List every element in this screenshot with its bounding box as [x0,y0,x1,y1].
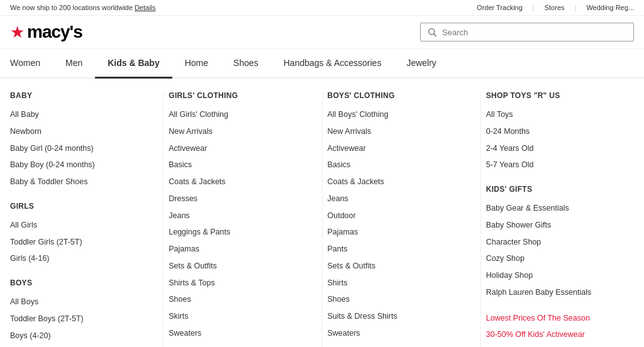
dropdown-content: BABY All Baby Newborn Baby Girl (0-24 mo… [0,79,644,347]
girls-sweaters-link[interactable]: Sweaters [169,325,306,342]
holiday-shop-link[interactable]: Holiday Shop [486,267,624,284]
girls-sweatshirts-link[interactable]: Sweatshirts & Hoodies [169,342,306,348]
ralph-lauren-link[interactable]: Ralph Lauren Baby Essentials [486,284,624,301]
girls-shoes-link[interactable]: Shoes [169,291,306,308]
all-girls-clothing-link[interactable]: All Girls' Clothing [169,106,306,123]
dropdown-col-1: BABY All Baby Newborn Baby Girl (0-24 mo… [10,91,158,347]
girls-new-arrivals-link[interactable]: New Arrivals [169,123,306,140]
red-links-section: Lowest Prices Of The Season 30-50% Off K… [486,310,624,348]
all-girls-link[interactable]: All Girls [10,217,148,234]
baby-girl-link[interactable]: Baby Girl (0-24 months) [10,140,148,157]
boys-shirts-link[interactable]: Shirts [328,275,465,292]
nav-item-women[interactable]: Women [10,49,53,77]
girls-clothing-title: GIRLS' CLOTHING [169,91,306,100]
boys-title: BOYS [10,278,148,287]
baby-title: BABY [10,91,148,100]
boys-pants-link[interactable]: Pants [328,241,465,258]
toys-5-7-link[interactable]: 5-7 Years Old [486,157,624,174]
top-bar-links: Order Tracking Stores Wedding Reg... [477,4,634,11]
toddler-boys-link[interactable]: Toddler Boys (2T-5T) [10,311,148,328]
character-shop-link[interactable]: Character Shop [486,234,624,251]
divider-2 [322,91,323,347]
search-icon [427,27,437,37]
details-link[interactable]: Details [135,4,156,11]
girls-pajamas-link[interactable]: Pajamas [169,241,306,258]
lowest-prices-link[interactable]: Lowest Prices Of The Season [486,310,624,327]
girls-coats-link[interactable]: Coats & Jackets [169,174,306,190]
toddler-girls-link[interactable]: Toddler Girls (2T-5T) [10,234,148,251]
boys-activewear-link[interactable]: Activewear [328,140,465,157]
boys-jeans-link[interactable]: Jeans [328,190,465,207]
search-box[interactable] [420,23,634,41]
dropdown-col-4: SHOP TOYS "R" US All Toys 0-24 Months 2-… [486,91,634,347]
svg-line-1 [434,34,436,36]
nav-item-home[interactable]: Home [172,49,221,77]
header: ★ macy's [0,16,644,49]
nav-item-jewelry[interactable]: Jewelry [394,49,448,77]
nav-item-kids-baby[interactable]: Kids & Baby [95,49,172,79]
girls-basics-link[interactable]: Basics [169,157,306,174]
boys-basics-link[interactable]: Basics [328,157,465,174]
girls-title: GIRLS [10,202,148,211]
boys-pajamas-link[interactable]: Pajamas [328,224,465,241]
boys-new-arrivals-link[interactable]: New Arrivals [328,123,465,140]
baby-section: BABY All Baby Newborn Baby Girl (0-24 mo… [10,91,148,190]
baby-shower-link[interactable]: Baby Shower Gifts [486,217,624,234]
logo-star-icon: ★ [10,23,25,42]
search-input[interactable] [442,28,627,37]
sale-clearance-link[interactable]: Sale & Clearance [486,343,624,347]
order-tracking-link[interactable]: Order Tracking [477,4,535,11]
baby-boy-link[interactable]: Baby Boy (0-24 months) [10,157,148,174]
baby-gear-link[interactable]: Baby Gear & Essentials [486,200,624,217]
logo-text: macy's [27,22,82,42]
boys-coats-link[interactable]: Coats & Jackets [328,174,465,190]
girls-jeans-link[interactable]: Jeans [169,207,306,224]
toys-2-4-link[interactable]: 2-4 Years Old [486,140,624,157]
main-nav: Women Men Kids & Baby Home Shoes Handbag… [0,49,644,79]
cozy-shop-link[interactable]: Cozy Shop [486,250,624,267]
newborn-link[interactable]: Newborn [10,123,148,140]
dropdown-col-3: BOYS' CLOTHING All Boys' Clothing New Ar… [328,91,475,347]
girls-dresses-link[interactable]: Dresses [169,190,306,207]
baby-toddler-shoes-link[interactable]: Baby & Toddler Shoes [10,174,148,190]
boys-clothing-title: BOYS' CLOTHING [328,91,465,100]
girls-shirts-link[interactable]: Shirts & Tops [169,275,306,292]
boys-shoes-link[interactable]: Shoes [328,291,465,308]
girls-leggings-link[interactable]: Leggings & Pants [169,224,306,241]
girls-4-16-link[interactable]: Girls (4-16) [10,250,148,267]
all-boys-clothing-link[interactable]: All Boys' Clothing [328,106,465,123]
girls-skirts-link[interactable]: Skirts [169,308,306,325]
nav-item-handbags[interactable]: Handbags & Accessories [271,49,394,77]
boys-4-20-link[interactable]: Boys (4-20) [10,328,148,344]
top-bar-message: We now ship to 200 locations worldwide D… [10,4,156,11]
boys-sweaters-link[interactable]: Sweaters [328,325,465,342]
girls-sets-link[interactable]: Sets & Outfits [169,258,306,275]
svg-point-0 [429,29,435,35]
nav-item-men[interactable]: Men [53,49,95,77]
nav-item-shoes[interactable]: Shoes [221,49,271,77]
logo[interactable]: ★ macy's [10,22,82,42]
all-baby-link[interactable]: All Baby [10,106,148,123]
dropdown-col-2: GIRLS' CLOTHING All Girls' Clothing New … [169,91,316,347]
stores-link[interactable]: Stores [545,4,577,11]
boys-outdoor-link[interactable]: Outdoor [328,207,465,224]
girls-section: GIRLS All Girls Toddler Girls (2T-5T) Gi… [10,202,148,267]
wedding-reg-link[interactable]: Wedding Reg... [586,4,634,11]
girls-activewear-link[interactable]: Activewear [169,140,306,157]
boys-sets-link[interactable]: Sets & Outfits [328,258,465,275]
boys-suits-link[interactable]: Suits & Dress Shirts [328,308,465,325]
kids-gifts-title: KIDS' GIFTS [486,185,624,194]
all-toys-link[interactable]: All Toys [486,106,624,123]
divider-1 [163,91,164,347]
30-50-off-link[interactable]: 30-50% Off Kids' Activewear [486,326,624,343]
top-bar: We now ship to 200 locations worldwide D… [0,0,644,16]
boys-section: BOYS All Boys Toddler Boys (2T-5T) Boys … [10,278,148,344]
toys-title: SHOP TOYS "R" US [486,91,624,100]
all-boys-link[interactable]: All Boys [10,294,148,311]
toys-0-24-link[interactable]: 0-24 Months [486,123,624,140]
divider-3 [480,91,481,347]
boys-sweatshirts-link[interactable]: Sweatshirts & Hoodies [328,342,465,348]
